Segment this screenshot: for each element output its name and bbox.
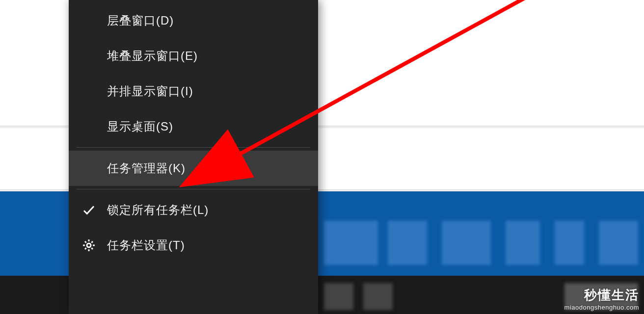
menu-separator	[77, 147, 310, 148]
menu-item-taskbar-settings[interactable]: 任务栏设置(T)	[69, 228, 318, 263]
taskbar-blur-icon	[324, 283, 353, 310]
menu-item-task-manager[interactable]: 任务管理器(K)	[69, 151, 318, 186]
menu-item-label: 层叠窗口(D)	[107, 13, 174, 28]
menu-item-cascade-windows[interactable]: 层叠窗口(D)	[69, 3, 318, 38]
taskbar-blur-icon	[599, 221, 638, 265]
svg-point-0	[87, 243, 91, 247]
menu-item-label: 任务栏设置(T)	[107, 237, 185, 253]
taskbar-context-menu: 层叠窗口(D) 堆叠显示窗口(E) 并排显示窗口(I) 显示桌面(S) 任务管理…	[69, 0, 318, 314]
taskbar-blur-icon	[442, 221, 491, 265]
taskbar-blur-icon	[555, 221, 584, 265]
taskbar-blur-icon	[324, 221, 378, 265]
menu-item-label: 任务管理器(K)	[107, 160, 186, 176]
taskbar-blur-icon	[388, 221, 427, 265]
check-icon	[81, 203, 96, 217]
menu-item-side-by-side[interactable]: 并排显示窗口(I)	[69, 74, 318, 109]
menu-item-lock-taskbars[interactable]: 锁定所有任务栏(L)	[69, 192, 318, 228]
menu-item-stack-windows[interactable]: 堆叠显示窗口(E)	[69, 38, 318, 74]
menu-item-label: 堆叠显示窗口(E)	[107, 48, 198, 64]
menu-item-show-desktop[interactable]: 显示桌面(S)	[69, 109, 318, 144]
taskbar-blur-icon	[506, 221, 540, 265]
menu-item-label: 锁定所有任务栏(L)	[107, 202, 209, 218]
watermark: 秒懂生活 miaodongshenghuo.com	[564, 287, 639, 311]
watermark-url: miaodongshenghuo.com	[564, 304, 639, 311]
menu-separator	[77, 189, 310, 189]
gear-icon	[81, 238, 96, 253]
taskbar-blur-icon	[363, 283, 393, 310]
watermark-title: 秒懂生活	[564, 287, 639, 304]
menu-item-label: 显示桌面(S)	[107, 119, 173, 134]
menu-item-label: 并排显示窗口(I)	[107, 83, 193, 99]
